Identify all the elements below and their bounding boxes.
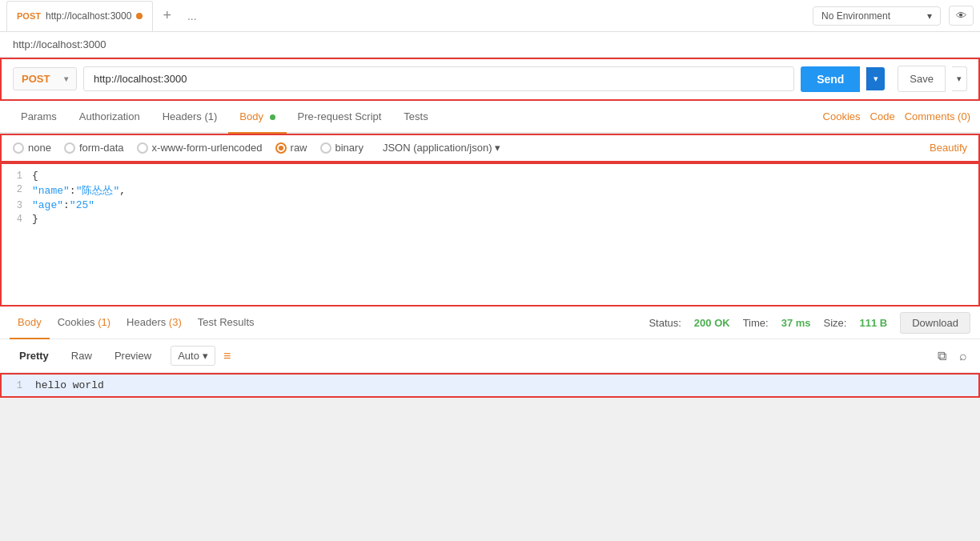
beautify-button[interactable]: Beautify [930,142,967,154]
code-line-3: 3 "age":"25" [0,198,980,212]
res-tab-headers[interactable]: Headers (3) [118,307,190,339]
response-status-info: Status: 200 OK Time: 37 ms Size: 111 B D… [649,312,970,334]
tab-cookies[interactable]: Cookies [823,101,861,132]
method-selector[interactable]: POST ▾ [13,67,77,90]
status-value: 200 OK [694,317,730,329]
res-tab-body[interactable]: Body [10,307,50,339]
response-tabs-bar: Body Cookies (1) Headers (3) Test Result… [0,307,980,339]
env-label: No Environment [821,10,890,22]
eye-button[interactable]: 👁 [949,6,974,26]
time-value: 37 ms [781,317,811,329]
url-bar: POST ▾ Send ▾ Save ▾ [0,58,980,101]
tab-code[interactable]: Code [870,101,895,132]
option-raw[interactable]: raw [275,142,307,154]
view-tab-pretty[interactable]: Pretty [10,346,58,366]
chevron-down-icon: ▾ [927,10,932,22]
auto-chevron-icon: ▾ [203,350,208,362]
tab-tests[interactable]: Tests [392,101,439,134]
radio-raw [275,142,287,154]
breadcrumb: http://localhost:3000 [0,32,980,58]
option-none[interactable]: none [13,142,51,154]
request-tab[interactable]: POST http://localhost:3000 [6,1,153,31]
save-dropdown-button[interactable]: ▾ [952,66,967,91]
res-tab-cookies[interactable]: Cookies (1) [50,307,118,339]
option-form-data[interactable]: form-data [64,142,124,154]
body-active-dot [270,114,275,120]
copy-button[interactable]: ⧉ [934,347,950,365]
tab-params[interactable]: Params [10,101,68,134]
tab-modified-dot [136,13,143,19]
view-tab-preview[interactable]: Preview [105,346,161,366]
tab-headers[interactable]: Headers (1) [151,101,229,134]
radio-none [13,142,24,154]
tab-url: http://localhost:3000 [46,10,131,22]
json-type-selector[interactable]: JSON (application/json) ▾ [383,142,501,154]
size-label: Size: [824,317,847,329]
url-input[interactable] [83,66,794,91]
search-button[interactable]: ⌕ [956,347,970,365]
response-body: 1 hello world [0,373,980,398]
add-tab-button[interactable]: + [156,4,178,27]
option-urlencoded[interactable]: x-www-form-urlencoded [137,142,263,154]
radio-urlencoded [137,142,148,154]
response-right-icons: ⧉ ⌕ [934,347,970,365]
send-button[interactable]: Send [801,66,860,92]
radio-binary [320,142,331,154]
environment-selector[interactable]: No Environment ▾ [813,6,941,26]
response-line-1: 1 hello world [0,373,980,398]
top-bar: POST http://localhost:3000 + ... No Envi… [0,0,980,32]
right-tabs: Cookies Code Comments (0) [823,101,970,132]
code-editor[interactable]: 1 { 2 "name":"陈怂怂", 3 "age":"25" 4 } [0,162,980,307]
tab-authorization[interactable]: Authorization [68,101,151,134]
radio-form-data [64,142,75,154]
method-label: POST [22,73,50,85]
code-line-2: 2 "name":"陈怂怂", [0,182,980,198]
time-label: Time: [743,317,769,329]
body-options: none form-data x-www-form-urlencoded raw… [0,134,980,162]
tab-method: POST [17,11,41,21]
more-tabs-button[interactable]: ... [181,6,203,26]
request-tabs: Params Authorization Headers (1) Body Pr… [0,101,980,134]
save-button[interactable]: Save [898,66,946,92]
copy-icon: ⧉ [938,349,946,363]
tab-comments[interactable]: Comments (0) [905,101,970,132]
send-dropdown-button[interactable]: ▾ [866,67,885,90]
res-tab-test-results[interactable]: Test Results [190,307,263,339]
tab-pre-request[interactable]: Pre-request Script [287,101,393,134]
auto-format-selector[interactable]: Auto ▾ [171,346,215,366]
option-binary[interactable]: binary [320,142,363,154]
view-tab-raw[interactable]: Raw [62,346,102,366]
download-button[interactable]: Download [900,312,970,334]
eye-icon: 👁 [956,10,966,22]
code-line-4: 4 } [0,212,980,226]
size-value: 111 B [859,317,887,329]
wrap-icon: ≡ [223,349,231,363]
search-icon: ⌕ [959,349,967,363]
status-label: Status: [649,317,681,329]
wrap-button[interactable]: ≡ [219,347,235,365]
tab-body[interactable]: Body [228,101,286,134]
code-line-1: 1 { [0,169,980,182]
response-view-tabs: Pretty Raw Preview Auto ▾ ≡ ⧉ ⌕ [0,339,980,373]
json-chevron-icon: ▾ [495,142,500,154]
method-arrow-icon: ▾ [64,74,68,83]
